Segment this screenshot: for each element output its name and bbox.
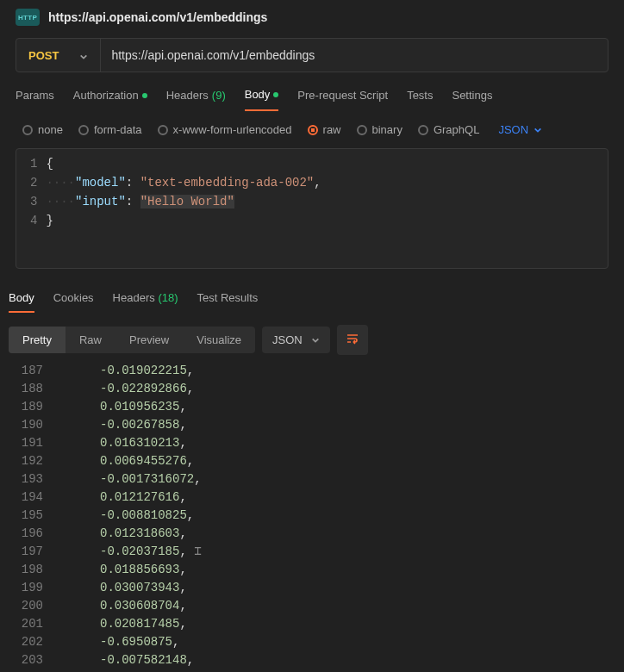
resp-tab-test-results[interactable]: Test Results [197, 291, 259, 313]
radio-form-data[interactable]: form-data [78, 123, 142, 136]
view-preview[interactable]: Preview [115, 327, 183, 353]
tab-tests[interactable]: Tests [407, 88, 433, 111]
tab-header: HTTP https://api.openai.com/v1/embedding… [0, 0, 624, 33]
request-body-editor[interactable]: 1 2 3 4 { ····"model": "text-embedding-a… [16, 148, 608, 269]
tab-params[interactable]: Params [16, 88, 54, 111]
response-format-label: JSON [272, 333, 303, 346]
dot-indicator-icon [142, 93, 147, 98]
resp-headers-count: (18) [158, 291, 178, 304]
page-title: https://api.openai.com/v1/embeddings [48, 10, 267, 24]
resp-tab-body[interactable]: Body [9, 291, 34, 313]
tab-body-label: Body [245, 88, 271, 101]
chevron-down-icon [79, 51, 88, 59]
response-gutter: 1871881891901911921931941951961971981992… [9, 362, 48, 672]
line-gutter: 1 2 3 4 [16, 149, 46, 268]
response-view-group: Pretty Raw Preview Visualize [9, 327, 255, 353]
response-tabs: Body Cookies Headers (18) Test Results [0, 269, 624, 313]
radio-icon [357, 125, 367, 135]
radio-icon [158, 125, 168, 135]
code-area[interactable]: { ····"model": "text-embedding-ada-002",… [46, 149, 608, 268]
response-format-select[interactable]: JSON [262, 327, 330, 353]
wrap-lines-button[interactable] [337, 325, 368, 355]
tab-authorization[interactable]: Authorization [73, 88, 147, 111]
radio-none[interactable]: none [22, 123, 63, 136]
tab-headers[interactable]: Headers (9) [166, 88, 226, 111]
radio-icon [22, 125, 33, 135]
radio-binary[interactable]: binary [357, 123, 402, 136]
request-tabs: Params Authorization Headers (9) Body Pr… [0, 72, 624, 111]
http-badge-icon: HTTP [16, 9, 40, 26]
body-format-label: JSON [498, 123, 528, 136]
radio-icon [78, 125, 89, 135]
resp-tab-cookies[interactable]: Cookies [53, 291, 94, 313]
response-view-bar: Pretty Raw Preview Visualize JSON [0, 313, 624, 362]
dot-indicator-icon [273, 92, 278, 97]
resp-tab-headers[interactable]: Headers (18) [113, 291, 178, 313]
resp-headers-label: Headers [113, 291, 155, 304]
url-input[interactable] [101, 39, 608, 72]
method-label: POST [28, 49, 59, 62]
response-code[interactable]: -0.019022215,-0.022892866,0.010956235,-0… [48, 362, 624, 672]
tab-prerequest[interactable]: Pre-request Script [297, 88, 388, 111]
tab-settings[interactable]: Settings [452, 88, 492, 111]
tab-headers-label: Headers [166, 89, 209, 102]
request-bar: POST [16, 38, 608, 72]
body-type-row: none form-data x-www-form-urlencoded raw… [0, 111, 624, 145]
response-body-editor[interactable]: 1871881891901911921931941951961971981992… [9, 362, 624, 672]
view-raw[interactable]: Raw [66, 327, 115, 353]
radio-icon [308, 125, 318, 135]
radio-raw[interactable]: raw [308, 123, 341, 136]
tab-body[interactable]: Body [245, 88, 279, 111]
view-visualize[interactable]: Visualize [183, 327, 255, 353]
radio-xform[interactable]: x-www-form-urlencoded [158, 123, 292, 136]
radio-icon [418, 125, 428, 135]
radio-graphql[interactable]: GraphQL [418, 123, 479, 136]
method-select[interactable]: POST [16, 39, 101, 72]
view-pretty[interactable]: Pretty [9, 327, 66, 353]
body-format-select[interactable]: JSON [498, 123, 542, 136]
tab-headers-count: (9) [212, 89, 226, 102]
tab-auth-label: Authorization [73, 89, 139, 102]
